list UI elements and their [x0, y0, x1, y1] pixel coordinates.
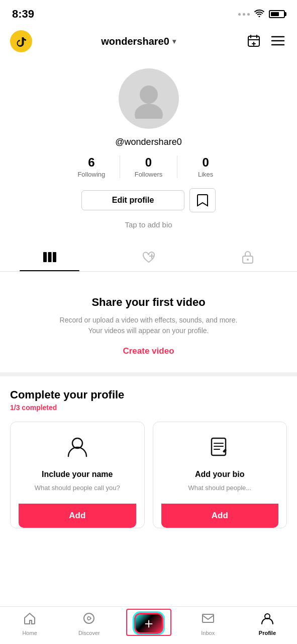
discover-icon: [82, 612, 95, 628]
action-buttons: Edit profile: [81, 188, 216, 212]
header: wondershare0 ▾: [0, 26, 297, 60]
edit-profile-button[interactable]: Edit profile: [81, 190, 185, 210]
tab-private[interactable]: [198, 243, 297, 271]
tab-videos[interactable]: [0, 243, 99, 271]
empty-description: Record or upload a video with effects, s…: [60, 315, 238, 336]
svg-rect-11: [43, 252, 47, 262]
followers-label: Followers: [135, 171, 163, 178]
add-bio-desc: What should people...: [188, 484, 251, 492]
stats-row: 6 Following 0 Followers 0 Likes: [63, 155, 234, 178]
include-name-card: Include your name What should people cal…: [10, 422, 145, 528]
svg-point-17: [247, 259, 249, 261]
svg-rect-12: [48, 252, 51, 262]
nav-profile[interactable]: Profile: [238, 607, 297, 638]
nav-profile-label: Profile: [259, 630, 276, 636]
nav-create[interactable]: ＋: [119, 608, 178, 638]
svg-point-9: [140, 86, 158, 104]
header-actions: [245, 32, 287, 51]
menu-button[interactable]: [269, 33, 287, 50]
calendar-add-button[interactable]: [245, 32, 263, 51]
tabs-row: [0, 243, 297, 272]
inbox-icon: [202, 612, 215, 628]
likes-count: 0: [203, 155, 209, 170]
edit-icon: [210, 436, 230, 463]
progress-suffix: completed: [20, 404, 57, 412]
header-username[interactable]: wondershare0 ▾: [101, 36, 176, 47]
create-button[interactable]: ＋: [134, 613, 163, 634]
add-name-button[interactable]: Add: [19, 504, 136, 528]
chevron-down-icon: ▾: [172, 37, 176, 45]
empty-title: Share your first video: [91, 296, 205, 309]
empty-state: Share your first video Record or upload …: [0, 272, 297, 376]
username-label: wondershare0: [101, 36, 169, 47]
bookmark-button[interactable]: [189, 188, 216, 212]
profile-section: @wondershare0 6 Following 0 Followers 0 …: [0, 60, 297, 243]
svg-rect-13: [53, 252, 56, 262]
followers-count: 0: [145, 155, 152, 170]
svg-point-25: [87, 617, 90, 620]
likes-stat[interactable]: 0 Likes: [177, 155, 234, 178]
include-name-desc: What should people call you?: [35, 484, 120, 492]
following-count: 6: [88, 155, 94, 170]
bio-placeholder[interactable]: Tap to add bio: [125, 220, 172, 229]
likes-label: Likes: [198, 171, 213, 178]
home-icon: [23, 612, 36, 628]
create-video-link[interactable]: Create video: [123, 346, 174, 356]
profile-icon: [261, 612, 274, 628]
status-time: 8:39: [12, 8, 34, 21]
tiktok-logo: [10, 30, 32, 52]
create-button-container[interactable]: ＋: [134, 613, 163, 634]
nav-home[interactable]: Home: [0, 607, 59, 638]
profile-handle: @wondershare0: [115, 137, 181, 147]
following-label: Following: [77, 171, 105, 178]
nav-home-label: Home: [22, 630, 37, 636]
complete-profile-section: Complete your profile 1/3 completed Incl…: [0, 376, 297, 536]
svg-point-10: [135, 104, 163, 119]
profile-cards-row: Include your name What should people cal…: [10, 422, 287, 528]
complete-profile-title: Complete your profile: [10, 388, 287, 401]
nav-inbox-label: Inbox: [201, 630, 215, 636]
progress-fraction: 1/3: [10, 404, 20, 412]
following-stat[interactable]: 6 Following: [63, 155, 121, 178]
status-icons: [238, 9, 285, 19]
plus-icon: ＋: [142, 616, 156, 630]
tab-liked[interactable]: [99, 243, 198, 271]
add-bio-button[interactable]: Add: [161, 504, 279, 528]
complete-profile-progress: 1/3 completed: [10, 404, 287, 412]
battery-icon: [269, 10, 285, 18]
bottom-nav: Home Discover ＋ Inbox: [0, 606, 297, 644]
include-name-title: Include your name: [42, 470, 113, 479]
add-bio-card: Add your bio What should people... Add: [153, 422, 287, 528]
status-bar: 8:39: [0, 0, 297, 26]
followers-stat[interactable]: 0 Followers: [120, 155, 177, 178]
nav-inbox[interactable]: Inbox: [178, 607, 238, 638]
person-icon: [67, 436, 87, 463]
avatar[interactable]: [119, 68, 179, 129]
add-bio-title: Add your bio: [195, 470, 245, 479]
signal-icon: [238, 13, 250, 16]
nav-discover[interactable]: Discover: [59, 607, 119, 638]
nav-discover-label: Discover: [78, 630, 100, 636]
wifi-icon: [254, 9, 265, 19]
